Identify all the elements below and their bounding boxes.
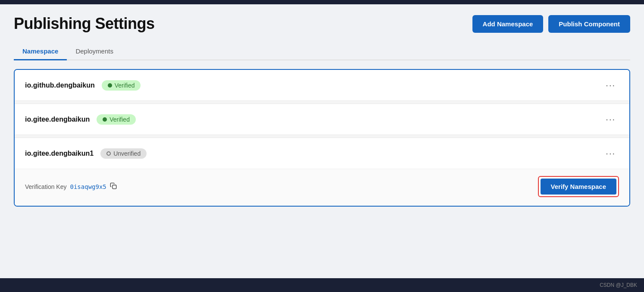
namespace-item-gitee1: io.gitee.dengbaikun1 Unverified ··· Veri… [15,138,629,206]
namespace-name-2: io.gitee.dengbaikun [25,116,90,123]
more-options-button-2[interactable]: ··· [602,113,619,126]
namespace-item-github: io.github.dengbaikun Verified ··· [15,70,629,100]
divider-1 [15,100,629,104]
divider-2 [15,135,629,138]
namespace-name-3: io.gitee.dengbaikun1 [25,150,94,157]
unverified-dot [106,151,111,156]
verified-dot-1 [108,83,112,88]
namespace-row-2: io.gitee.dengbaikun Verified ··· [15,104,629,135]
namespace-row-1: io.github.dengbaikun Verified ··· [15,70,629,100]
more-options-button-3[interactable]: ··· [602,147,619,160]
watermark: CSDN @J_DBK [600,282,637,288]
publish-component-button[interactable]: Publish Component [548,15,630,33]
verification-key-value: 0isaqwg9x5 [70,183,106,190]
namespace-expanded-section: Verification Key 0isaqwg9x5 Verify Names… [15,169,629,206]
verification-key-label: Verification Key [25,183,67,190]
verified-badge-2: Verified [97,114,136,125]
copy-key-icon[interactable] [110,182,117,191]
unverified-badge: Unverified [100,148,147,159]
namespace-row-3: io.gitee.dengbaikun1 Unverified ··· [15,138,629,169]
page-title: Publishing Settings [14,15,155,33]
verified-dot-2 [103,117,107,122]
verification-key-section: Verification Key 0isaqwg9x5 [25,182,117,191]
top-navigation-bar [0,0,644,4]
svg-rect-0 [113,185,116,189]
verified-badge-1: Verified [102,80,141,91]
tabs-container: Namespace Deployments [14,43,630,60]
more-options-button-1[interactable]: ··· [602,78,619,92]
verify-namespace-button[interactable]: Verify Namespace [541,179,616,195]
namespace-item-gitee: io.gitee.dengbaikun Verified ··· [15,104,629,135]
namespace-list: io.github.dengbaikun Verified ··· io.git… [14,69,630,207]
bottom-bar: CSDN @J_DBK [0,278,644,292]
add-namespace-button[interactable]: Add Namespace [472,15,544,33]
tab-deployments[interactable]: Deployments [67,43,122,60]
header-actions: Add Namespace Publish Component [472,15,630,33]
page-header: Publishing Settings Add Namespace Publis… [14,15,630,33]
verify-namespace-button-wrapper: Verify Namespace [538,176,619,197]
namespace-name-1: io.github.dengbaikun [25,82,95,89]
tab-namespace[interactable]: Namespace [14,43,67,60]
